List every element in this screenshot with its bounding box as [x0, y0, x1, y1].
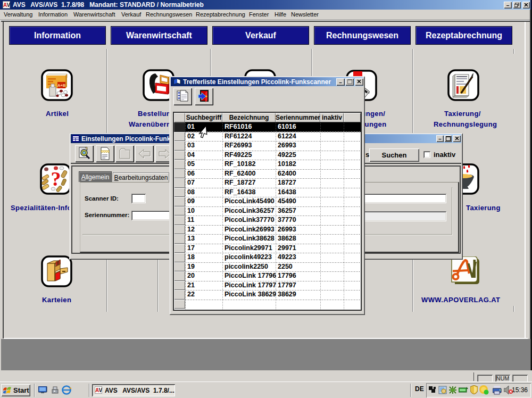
svg-text:A+B: A+B — [57, 83, 66, 88]
